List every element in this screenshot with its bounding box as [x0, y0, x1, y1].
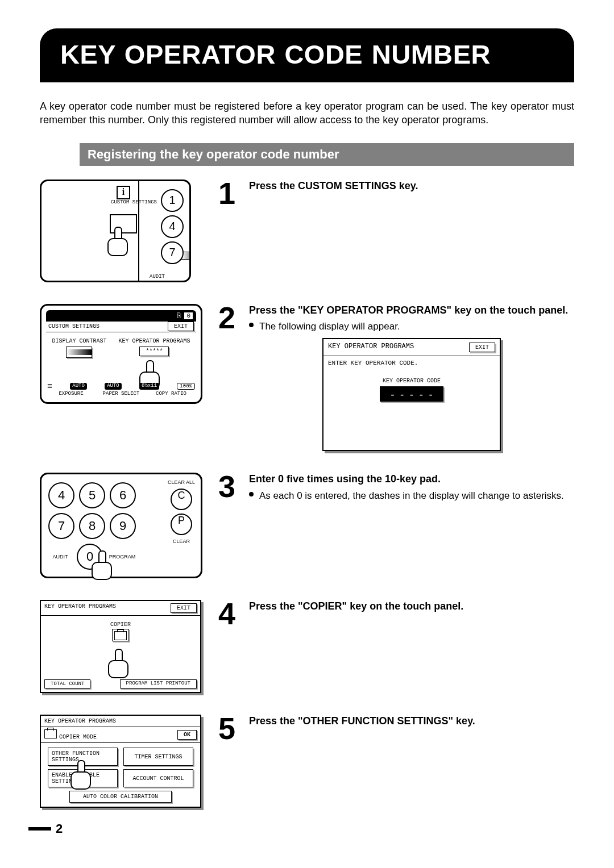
section-heading: Registering the key operator code number	[80, 143, 574, 166]
ratio-value: 100%	[177, 383, 195, 390]
keypad-8[interactable]: 8	[79, 513, 105, 539]
count-display: 0	[184, 312, 193, 319]
diagram-touchpanel-step4: KEY OPERATOR PROGRAMS EXIT COPIER TOTAL …	[40, 600, 201, 693]
keypad-4[interactable]: 4	[48, 482, 74, 508]
page-number: 2	[28, 821, 574, 836]
clear-all-label: CLEAR ALL	[168, 480, 195, 485]
copier-icon	[44, 729, 57, 738]
diagram-touchpanel-step2: ⎘ 0 CUSTOM SETTINGS EXIT DISPLAY CONTRAS…	[40, 304, 202, 404]
display-contrast-label: DISPLAY CONTRAST	[52, 338, 106, 344]
program-key[interactable]: P	[171, 514, 192, 535]
clear-label: CLEAR	[168, 539, 195, 544]
copier-key[interactable]	[112, 629, 129, 641]
bullet-icon	[249, 323, 254, 327]
kop-code-value: -----	[380, 386, 443, 402]
keypad-4[interactable]: 4	[161, 215, 184, 238]
total-count-button[interactable]: TOTAL COUNT	[44, 679, 90, 688]
timer-settings-button[interactable]: TIMER SETTINGS	[123, 748, 193, 766]
keypad-7[interactable]: 7	[161, 241, 184, 264]
step2-title: Press the "KEY OPERATOR PROGRAMS" key on…	[249, 304, 574, 317]
step3-title: Enter 0 five times using the 10-key pad.	[249, 473, 574, 486]
step5-title: Press the "OTHER FUNCTION SETTINGS" key.	[249, 715, 574, 728]
hand-cursor-icon	[70, 760, 90, 790]
hand-cursor-icon	[107, 227, 127, 256]
audit-label: AUDIT	[150, 274, 165, 279]
keypad-9[interactable]: 9	[110, 513, 136, 539]
auto-pill-2: AUTO	[105, 383, 122, 390]
hand-cursor-icon	[92, 550, 111, 580]
intro-paragraph: A key operator code number must be regis…	[40, 99, 574, 127]
paper-select-label: PAPER SELECT	[97, 391, 145, 397]
step1-title: Press the CUSTOM SETTINGS key.	[249, 180, 574, 193]
exit-button[interactable]: EXIT	[469, 343, 495, 352]
diagram-touchpanel-step5: KEY OPERATOR PROGRAMS COPIER MODE OK OTH…	[40, 715, 201, 808]
auto-color-calibration-button[interactable]: AUTO COLOR CALIBRATION	[69, 791, 172, 803]
custom-settings-heading: CUSTOM SETTINGS	[48, 323, 99, 329]
keypad-6[interactable]: 6	[110, 482, 136, 508]
key-operator-programs-label: KEY OPERATOR PROGRAMS	[118, 338, 190, 344]
copy-ratio-label: COPY RATIO	[147, 391, 195, 397]
diagram-keypad-step3: 4 5 6 7 8 9 AUDIT 0 PROGRAM	[40, 473, 202, 578]
copy-icon: ⎘	[177, 312, 181, 320]
step-number-1: 1	[218, 180, 243, 207]
audit-label: AUDIT	[46, 554, 74, 560]
keypad-5[interactable]: 5	[79, 482, 105, 508]
ok-button[interactable]: OK	[177, 730, 197, 740]
keypad-1[interactable]: 1	[161, 189, 184, 212]
step-number-3: 3	[218, 473, 243, 500]
keypad-7[interactable]: 7	[48, 513, 74, 539]
clear-key[interactable]: C	[171, 489, 192, 510]
kop-header: KEY OPERATOR PROGRAMS	[44, 603, 116, 613]
program-list-printout-button[interactable]: PROGRAM LIST PRINTOUT	[120, 679, 197, 688]
exposure-label: EXPOSURE	[47, 391, 95, 397]
kop-header: KEY OPERATOR PROGRAMS	[44, 718, 116, 724]
account-control-button[interactable]: ACCOUNT CONTROL	[123, 769, 193, 787]
kop-header: KEY OPERATOR PROGRAMS	[328, 343, 414, 352]
step3-detail: As each 0 is entered, the dashes in the …	[259, 490, 564, 502]
kop-code-label: KEY OPERATOR CODE	[323, 378, 500, 384]
exit-button[interactable]: EXIT	[168, 322, 194, 331]
step-number-2: 2	[218, 304, 243, 332]
copier-mode-label: COPIER MODE	[59, 734, 97, 740]
bullet-icon	[249, 492, 254, 496]
auto-pill: AUTO	[70, 383, 87, 390]
paper-size: 8½x11	[139, 383, 159, 390]
step2-detail: The following display will appear.	[259, 321, 400, 332]
toolbar-icon: ☰	[47, 383, 52, 390]
display-key-operator-code: KEY OPERATOR PROGRAMS EXIT ENTER KEY OPE…	[322, 338, 501, 451]
page-title: KEY OPERATOR CODE NUMBER	[40, 28, 574, 82]
step4-title: Press the "COPIER" key on the touch pane…	[249, 600, 574, 613]
custom-settings-label: CUSTOM SETTINGS	[111, 199, 157, 205]
step-number-4: 4	[218, 600, 243, 628]
key-operator-programs-button[interactable]: *****	[139, 347, 169, 356]
copier-label: COPIER	[41, 621, 200, 628]
info-icon: i	[117, 186, 130, 199]
diagram-panel-step1: i CUSTOM SETTINGS 1 4 7 AUDIT	[40, 180, 191, 282]
exit-button[interactable]: EXIT	[171, 603, 197, 613]
kop-prompt: ENTER KEY OPERATOR CODE.	[323, 356, 500, 370]
step-number-5: 5	[218, 715, 243, 742]
hand-cursor-icon	[108, 649, 127, 678]
